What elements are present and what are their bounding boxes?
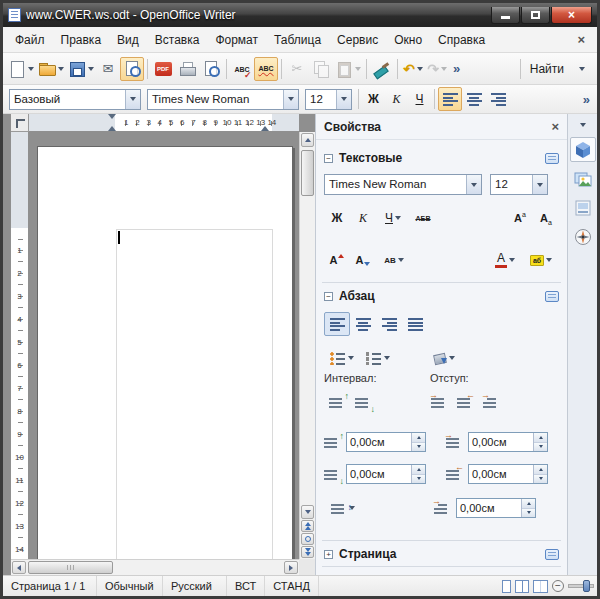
- book-view-button[interactable]: [533, 580, 548, 593]
- increase-indent-button[interactable]: [426, 390, 452, 414]
- spin-up-button[interactable]: [412, 433, 425, 443]
- minimize-button[interactable]: [491, 7, 520, 24]
- open-button[interactable]: [36, 57, 66, 81]
- tab-navigator[interactable]: [570, 224, 596, 249]
- sidebar-align-left-button[interactable]: [324, 312, 350, 336]
- tab-gallery[interactable]: [570, 166, 596, 191]
- underline-button[interactable]: Ч: [408, 88, 431, 110]
- spellcheck-button[interactable]: ABC✓: [230, 57, 254, 81]
- spin-down-button[interactable]: [412, 443, 425, 452]
- tab-styles[interactable]: [570, 195, 596, 220]
- subscript-button[interactable]: Аа: [533, 206, 559, 230]
- copy-button[interactable]: [309, 57, 333, 81]
- switch-indent-button[interactable]: [478, 390, 504, 414]
- redo-button[interactable]: ↷: [425, 57, 449, 81]
- sidebar-font-size-combo[interactable]: 12: [490, 174, 548, 195]
- first-line-indent-marker[interactable]: [108, 114, 116, 119]
- paste-button[interactable]: [333, 57, 363, 81]
- find-toolbar-label[interactable]: Найти: [524, 62, 570, 76]
- find-dropdown-button[interactable]: [570, 57, 594, 81]
- multi-page-view-button[interactable]: [515, 580, 529, 593]
- status-selection-mode[interactable]: СТАНД: [265, 576, 319, 596]
- combo-dropdown-button[interactable]: [466, 175, 481, 194]
- right-indent-marker[interactable]: [261, 126, 269, 131]
- paragraph-style-combo[interactable]: Базовый: [9, 89, 141, 110]
- spin-down-button[interactable]: [534, 443, 547, 452]
- undo-button[interactable]: ↶: [401, 57, 425, 81]
- sidebar-align-right-button[interactable]: [376, 312, 402, 336]
- new-document-button[interactable]: [6, 57, 36, 81]
- paragraph-background-button[interactable]: [426, 346, 462, 370]
- export-pdf-button[interactable]: PDF: [151, 57, 175, 81]
- decrease-font-size-button[interactable]: А: [350, 248, 376, 272]
- above-paragraph-spacing-field[interactable]: 0,00см: [346, 432, 426, 452]
- numbered-list-button[interactable]: [360, 346, 396, 370]
- cut-button[interactable]: ✂: [285, 57, 309, 81]
- collapse-icon[interactable]: −: [324, 154, 333, 163]
- edit-file-button[interactable]: [120, 57, 144, 81]
- scroll-down-button[interactable]: [301, 505, 314, 519]
- align-right-button[interactable]: [486, 87, 510, 111]
- sidebar-bold-button[interactable]: Ж: [324, 206, 350, 230]
- single-page-view-button[interactable]: [502, 580, 511, 593]
- font-color-button[interactable]: А: [487, 248, 523, 272]
- paragraph-more-options-button[interactable]: [545, 291, 559, 302]
- print-button[interactable]: [175, 57, 199, 81]
- left-indent-marker[interactable]: [108, 126, 116, 131]
- status-insert-mode[interactable]: ВСТ: [227, 576, 265, 596]
- autospellcheck-button[interactable]: ABC: [254, 57, 278, 81]
- scroll-up-button[interactable]: [301, 133, 314, 147]
- menu-insert[interactable]: Вставка: [147, 29, 208, 51]
- character-more-options-button[interactable]: [545, 153, 559, 164]
- decrease-spacing-button[interactable]: [350, 390, 376, 414]
- menu-view[interactable]: Вид: [109, 29, 147, 51]
- vertical-scroll-thumb[interactable]: [301, 150, 314, 196]
- font-size-combo[interactable]: 12: [305, 89, 352, 110]
- status-page-style[interactable]: Обычный: [97, 576, 163, 596]
- align-left-button[interactable]: [438, 87, 462, 111]
- scroll-right-button[interactable]: [284, 561, 298, 574]
- increase-spacing-button[interactable]: [324, 390, 350, 414]
- sidebar-font-name-combo[interactable]: Times New Roman: [324, 174, 482, 195]
- email-button[interactable]: ✉: [96, 57, 120, 81]
- navigation-target-button[interactable]: [301, 533, 314, 545]
- character-section-header[interactable]: − Текстовые: [316, 148, 567, 168]
- document-page[interactable]: [37, 146, 293, 559]
- sidebar-align-center-button[interactable]: [350, 312, 376, 336]
- scroll-left-button[interactable]: [12, 561, 26, 574]
- highlight-color-button[interactable]: аб: [523, 248, 559, 272]
- font-name-combo[interactable]: Times New Roman: [147, 89, 299, 110]
- horizontal-scrollbar[interactable]: [11, 559, 299, 575]
- after-text-indent-field[interactable]: 0,00см: [468, 464, 548, 484]
- page-preview-button[interactable]: [199, 57, 223, 81]
- spin-down-button[interactable]: [534, 475, 547, 484]
- menu-file[interactable]: Файл: [7, 29, 53, 51]
- combo-dropdown-button[interactable]: [125, 90, 140, 109]
- character-spacing-button[interactable]: АВ: [376, 248, 412, 272]
- vertical-ruler[interactable]: 1234567891011121314: [11, 132, 29, 559]
- menu-table[interactable]: Таблица: [266, 29, 329, 51]
- document-viewport[interactable]: [29, 132, 299, 559]
- expand-icon[interactable]: +: [324, 550, 333, 559]
- sidebar-underline-button[interactable]: Ч: [376, 206, 410, 230]
- page-section-header[interactable]: + Страница: [316, 544, 567, 564]
- sidebar-align-justify-button[interactable]: [402, 312, 428, 336]
- combo-dropdown-button[interactable]: [336, 90, 351, 109]
- menu-edit[interactable]: Правка: [53, 29, 110, 51]
- menu-window[interactable]: Окно: [386, 29, 430, 51]
- bold-button[interactable]: Ж: [362, 88, 385, 110]
- bullet-list-button[interactable]: [324, 346, 360, 370]
- spin-up-button[interactable]: [412, 465, 425, 475]
- horizontal-ruler[interactable]: 1234567891011121314: [29, 114, 299, 132]
- menu-tools[interactable]: Сервис: [329, 29, 386, 51]
- italic-button[interactable]: К: [385, 88, 408, 110]
- paragraph-section-header[interactable]: − Абзац: [316, 286, 567, 306]
- first-line-indent-field[interactable]: 0,00см: [456, 498, 536, 518]
- zoom-slider-thumb[interactable]: [583, 580, 590, 592]
- next-page-button[interactable]: [301, 546, 314, 558]
- spin-up-button[interactable]: [534, 465, 547, 475]
- combo-dropdown-button[interactable]: [283, 90, 298, 109]
- document-close-icon[interactable]: ×: [569, 32, 593, 47]
- below-paragraph-spacing-field[interactable]: 0,00см: [346, 464, 426, 484]
- toolbar-overflow-icon[interactable]: »: [579, 92, 594, 107]
